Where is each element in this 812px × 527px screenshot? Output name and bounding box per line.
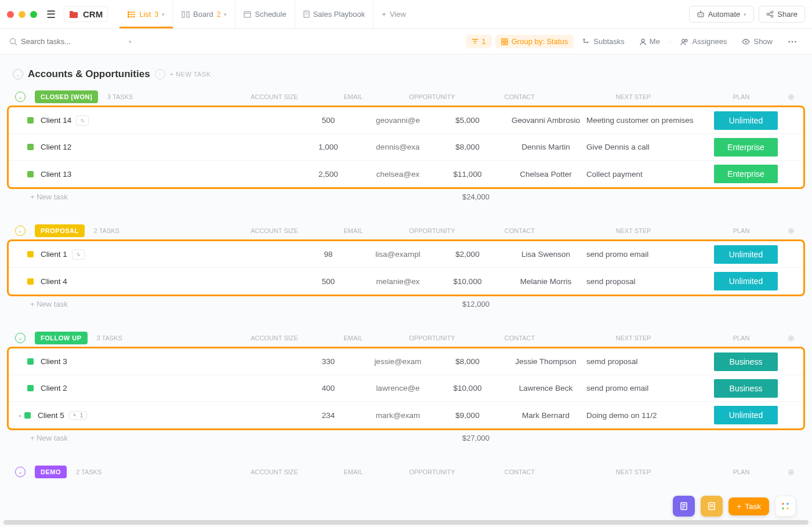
- col-header-opportunity[interactable]: OPPORTUNITY: [394, 93, 470, 100]
- cell-plan[interactable]: Unlimited: [714, 272, 784, 290]
- search-box[interactable]: ▾: [9, 37, 462, 46]
- cell-plan[interactable]: Enterprise: [714, 138, 784, 157]
- docs-button[interactable]: [701, 496, 723, 517]
- chevron-down-icon[interactable]: ▾: [129, 39, 132, 45]
- col-header-account-size[interactable]: ACCOUNT SIZE: [237, 93, 312, 100]
- new-task-row[interactable]: + New task: [30, 192, 68, 201]
- assignees-button[interactable]: Assignees: [675, 35, 733, 48]
- cell-plan[interactable]: Unlimited: [714, 245, 784, 264]
- task-row[interactable]: Client 3330jessie@exam$8,000Jessie Thomp…: [9, 348, 803, 375]
- status-square-icon[interactable]: [27, 251, 34, 257]
- cell-opportunity[interactable]: $10,000: [430, 384, 505, 392]
- col-header-next-step[interactable]: NEXT STEP: [570, 468, 697, 475]
- status-pill[interactable]: CLOSED [WON]: [35, 90, 98, 103]
- col-header-next-step[interactable]: NEXT STEP: [570, 93, 697, 100]
- col-header-email[interactable]: EMAIL: [321, 335, 385, 341]
- tab-list[interactable]: List 3 ▾: [119, 0, 173, 28]
- cell-email[interactable]: chelsea@ex: [366, 170, 430, 179]
- cell-opportunity[interactable]: $10,000: [430, 277, 505, 286]
- task-row[interactable]: Client 2400lawrence@e$10,000Lawrence Bec…: [9, 375, 803, 402]
- cell-account-size[interactable]: 2,500: [291, 170, 366, 179]
- status-pill[interactable]: DEMO: [35, 466, 67, 478]
- task-row[interactable]: Client 121,000dennis@exa$8,000Dennis Mar…: [9, 134, 803, 161]
- col-header-plan[interactable]: PLAN: [706, 335, 776, 341]
- col-header-email[interactable]: EMAIL: [321, 468, 385, 475]
- col-header-plan[interactable]: PLAN: [706, 227, 776, 234]
- collapse-group-icon[interactable]: ⌄: [15, 226, 26, 236]
- maximize-window-icon[interactable]: [30, 11, 37, 18]
- tab-board[interactable]: Board 2 ▾: [173, 0, 235, 28]
- add-column-icon[interactable]: ⊕: [785, 333, 797, 343]
- collapse-group-icon[interactable]: ⌄: [15, 467, 26, 477]
- add-column-icon[interactable]: ⊕: [785, 226, 797, 235]
- hamburger-menu-icon[interactable]: ☰: [46, 8, 56, 21]
- cell-next-step[interactable]: semd proposal: [586, 357, 714, 366]
- status-square-icon[interactable]: [27, 385, 34, 391]
- link-icon[interactable]: [76, 115, 89, 126]
- cell-plan[interactable]: Business: [714, 379, 784, 398]
- info-icon[interactable]: i: [155, 69, 165, 79]
- status-square-icon[interactable]: [27, 171, 34, 177]
- cell-next-step[interactable]: send promo email: [586, 384, 714, 392]
- cell-opportunity[interactable]: $11,000: [430, 170, 505, 179]
- close-window-icon[interactable]: [7, 11, 14, 18]
- minimize-window-icon[interactable]: [19, 11, 26, 18]
- add-column-icon[interactable]: ⊕: [785, 467, 797, 477]
- automate-button[interactable]: Automate ▾: [689, 6, 755, 23]
- cell-contact[interactable]: Lisa Swenson: [505, 250, 586, 259]
- col-header-opportunity[interactable]: OPPORTUNITY: [394, 335, 470, 341]
- cell-account-size[interactable]: 234: [291, 411, 366, 420]
- cell-plan[interactable]: Enterprise: [714, 165, 784, 183]
- search-input[interactable]: [21, 37, 125, 46]
- cell-contact[interactable]: Dennis Martin: [505, 143, 586, 151]
- share-button[interactable]: Share: [759, 6, 805, 23]
- status-square-icon[interactable]: [27, 144, 34, 150]
- cell-account-size[interactable]: 1,000: [291, 143, 366, 151]
- cell-opportunity[interactable]: $9,000: [430, 411, 505, 420]
- cell-email[interactable]: jessie@exam: [366, 357, 430, 366]
- apps-button[interactable]: [775, 496, 796, 517]
- cell-email[interactable]: mark@exam: [366, 411, 430, 420]
- tab-schedule[interactable]: Schedule: [235, 0, 295, 28]
- new-task-row[interactable]: + New task: [30, 300, 68, 308]
- add-view-button[interactable]: + View: [374, 0, 414, 28]
- cell-opportunity[interactable]: $2,000: [430, 250, 505, 259]
- col-header-opportunity[interactable]: OPPORTUNITY: [394, 227, 470, 234]
- col-header-email[interactable]: EMAIL: [321, 227, 385, 234]
- col-header-contact[interactable]: CONTACT: [479, 468, 560, 475]
- cell-plan[interactable]: Business: [714, 352, 784, 371]
- new-task-button[interactable]: + NEW TASK: [170, 71, 211, 78]
- status-pill[interactable]: FOLLOW UP: [35, 332, 88, 344]
- col-header-plan[interactable]: PLAN: [706, 93, 776, 100]
- task-row[interactable]: ▸Client 51234mark@exam$9,000Mark Bernard…: [9, 402, 803, 428]
- status-square-icon[interactable]: [27, 358, 34, 365]
- col-header-email[interactable]: EMAIL: [321, 93, 385, 100]
- cell-email[interactable]: dennis@exa: [366, 143, 430, 151]
- status-square-icon[interactable]: [24, 412, 31, 419]
- col-header-contact[interactable]: CONTACT: [479, 93, 560, 100]
- cell-contact[interactable]: Chelsea Potter: [505, 170, 586, 179]
- col-header-account-size[interactable]: ACCOUNT SIZE: [237, 468, 312, 475]
- cell-account-size[interactable]: 500: [291, 277, 366, 286]
- cell-next-step[interactable]: Give Dennis a call: [586, 143, 714, 151]
- cell-next-step[interactable]: send promo email: [586, 250, 714, 259]
- task-row[interactable]: Client 4500melanie@ex$10,000Melanie Morr…: [9, 268, 803, 295]
- more-options-button[interactable]: ⋯: [782, 34, 803, 49]
- cell-next-step[interactable]: Meeting customer on premises: [586, 116, 714, 125]
- col-header-plan[interactable]: PLAN: [706, 468, 776, 475]
- cell-contact[interactable]: Mark Bernard: [505, 411, 586, 420]
- cell-email[interactable]: geovanni@e: [366, 116, 430, 125]
- collapse-group-icon[interactable]: ⌄: [15, 333, 26, 343]
- cell-plan[interactable]: Unlimited: [714, 406, 784, 424]
- status-square-icon[interactable]: [27, 117, 34, 123]
- task-row[interactable]: Client 198lisa@exampl$2,000Lisa Swensons…: [9, 241, 803, 268]
- col-header-next-step[interactable]: NEXT STEP: [570, 227, 697, 234]
- filter-chip[interactable]: 1: [466, 35, 492, 48]
- cell-opportunity[interactable]: $8,000: [430, 357, 505, 366]
- cell-account-size[interactable]: 330: [291, 357, 366, 366]
- col-header-contact[interactable]: CONTACT: [479, 227, 560, 234]
- collapse-all-icon[interactable]: ⌄: [13, 69, 23, 79]
- cell-contact[interactable]: Melanie Morris: [505, 277, 586, 286]
- cell-account-size[interactable]: 98: [291, 250, 366, 259]
- create-task-button[interactable]: + Task: [728, 497, 769, 515]
